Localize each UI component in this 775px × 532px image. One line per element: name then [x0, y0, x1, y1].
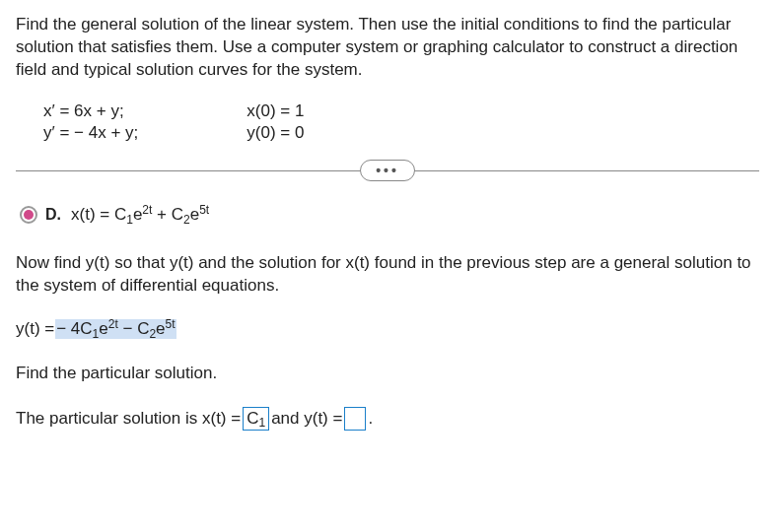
particular-solution-line: The particular solution is x(t) = C1 and… — [16, 407, 759, 431]
expr-part: x(t) = C — [71, 205, 126, 224]
ode-eq1: x′ = 6x + y; — [43, 101, 138, 121]
section-divider: ••• — [16, 170, 759, 171]
exp1: 2t — [142, 203, 152, 217]
radio-selected-icon — [24, 210, 34, 220]
yt-highlighted-answer: − 4C1e2t − C2e5t — [55, 319, 176, 339]
equation-system: x′ = 6x + y; y′ = − 4x + y; x(0) = 1 y(0… — [43, 101, 759, 143]
e2: e — [190, 205, 199, 224]
sub2: 2 — [183, 213, 190, 227]
s2: 2 — [149, 327, 156, 341]
ye1: e — [99, 319, 107, 338]
final-period: . — [368, 409, 373, 429]
yt-answer-line: y(t) = − 4C1e2t − C2e5t — [16, 319, 759, 339]
ye2: e — [156, 319, 165, 338]
expand-dots-button[interactable]: ••• — [360, 160, 415, 181]
initial-conditions-column: x(0) = 1 y(0) = 0 — [247, 101, 304, 143]
sub1: 1 — [126, 213, 133, 227]
answer-option-d: D. x(t) = C1e2t + C2e5t — [20, 205, 759, 225]
ode-column: x′ = 6x + y; y′ = − 4x + y; — [43, 101, 138, 143]
yt-answer-input[interactable] — [344, 407, 366, 431]
ic-eq1: x(0) = 1 — [247, 101, 304, 121]
yx2: 5t — [166, 317, 176, 331]
yx1: 2t — [108, 317, 118, 331]
s1: 1 — [93, 327, 100, 341]
yt-prefix: y(t) = — [16, 319, 54, 339]
ic-eq2: y(0) = 0 — [247, 123, 304, 143]
exp2: 5t — [199, 203, 209, 217]
final-text-1: The particular solution is x(t) = — [16, 409, 241, 429]
problem-statement: Find the general solution of the linear … — [16, 14, 759, 82]
option-d-expression: x(t) = C1e2t + C2e5t — [71, 205, 209, 225]
minus: − C — [118, 319, 150, 338]
xt-answer-input[interactable]: C1 — [243, 407, 269, 431]
t1: − 4C — [56, 319, 92, 338]
box1-sub: 1 — [258, 416, 265, 430]
yt-prompt: Now find y(t) so that y(t) and the solut… — [16, 252, 759, 298]
find-particular-prompt: Find the particular solution. — [16, 363, 759, 385]
radio-button-d[interactable] — [20, 206, 37, 224]
final-text-2: and y(t) = — [271, 409, 342, 429]
e1: e — [133, 205, 142, 224]
option-letter: D. — [45, 206, 61, 224]
box1-content: C — [247, 409, 258, 429]
plus: + C — [152, 205, 183, 224]
ode-eq2: y′ = − 4x + y; — [43, 123, 138, 143]
